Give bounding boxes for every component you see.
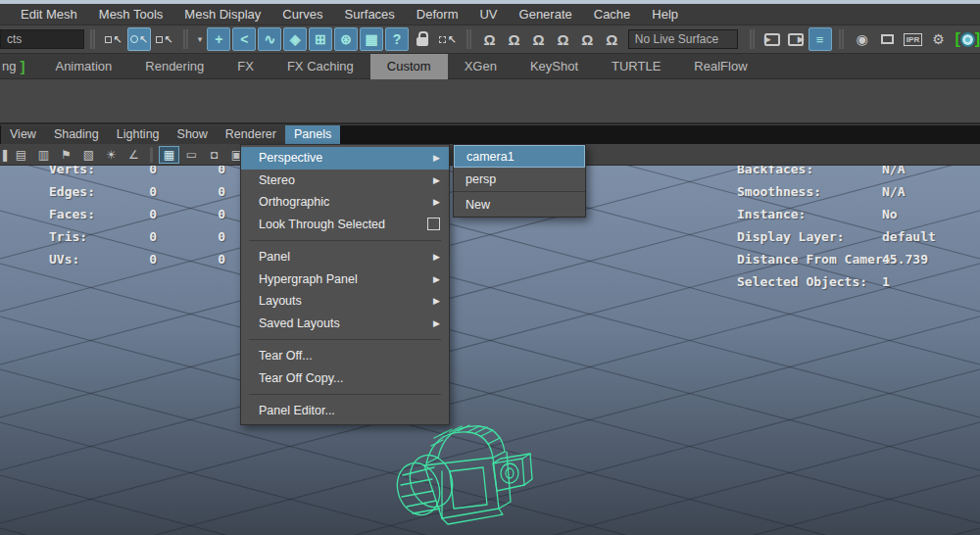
snap-projected-center-icon[interactable]: Ω	[551, 31, 575, 48]
render-current-frame-icon[interactable]	[876, 27, 900, 51]
panel-menu-group: View Shading Lighting Show Renderer Pane…	[1, 125, 340, 144]
status-line: cts ↖ ↖ ↖ ▾ + < ∿ ◈ ⊞ ⊛ ▦ ? ↖ Ω Ω Ω Ω Ω …	[0, 25, 980, 54]
mask-dynamics-icon[interactable]: ⊛	[334, 27, 358, 51]
hud-value: 0	[103, 184, 157, 199]
two-sided-lighting-icon[interactable]: ☀	[101, 146, 122, 164]
group-separator[interactable]	[839, 29, 844, 49]
image-plane-icon[interactable]: ▧	[78, 146, 99, 164]
select-hierarchy-icon[interactable]: ↖	[102, 27, 125, 51]
open-render-view-icon[interactable]: ◉	[851, 27, 874, 51]
panel-menu-view[interactable]: View	[1, 125, 45, 144]
highlight-selection-icon[interactable]: ↖	[436, 27, 460, 51]
menu-mesh-display[interactable]: Mesh Display	[173, 4, 271, 24]
menu-help[interactable]: Help	[641, 4, 689, 24]
panel-menu-renderer[interactable]: Renderer	[217, 125, 285, 144]
shelf-content-area[interactable]	[0, 79, 980, 124]
menu-surfaces[interactable]: Surfaces	[334, 4, 406, 24]
mask-curve-point-icon[interactable]: <	[232, 27, 256, 51]
panel-menu-shading[interactable]: Shading	[45, 125, 108, 144]
menu-deform[interactable]: Deform	[406, 4, 469, 24]
output-connections-icon[interactable]: ▶	[788, 33, 804, 46]
mask-rendering-icon[interactable]: ▦	[360, 27, 383, 51]
group-separator[interactable]	[750, 29, 755, 49]
live-surface-label: No Live Surface	[635, 32, 718, 46]
mask-deformation-icon[interactable]: ⊞	[309, 27, 332, 51]
live-surface-field[interactable]: No Live Surface	[628, 29, 738, 49]
mask-curve-icon[interactable]: ∿	[258, 27, 281, 51]
lock-glyph	[416, 37, 428, 46]
shelf-tab-rendering[interactable]: Rendering	[128, 54, 220, 79]
submenu-item-new[interactable]: New	[454, 192, 585, 217]
select-object-icon[interactable]: ↖	[127, 27, 151, 51]
menu-generate[interactable]: Generate	[509, 4, 583, 24]
menu-curves[interactable]: Curves	[271, 4, 333, 24]
select-component-icon[interactable]: ↖	[153, 27, 176, 51]
menu-item-hypergraph-panel[interactable]: Hypergraph Panel ▶	[241, 268, 449, 291]
panel-menu-lighting[interactable]: Lighting	[108, 125, 169, 144]
menu-uv[interactable]: UV	[468, 4, 508, 24]
menu-item-stereo[interactable]: Stereo ▶	[241, 170, 449, 192]
group-separator[interactable]	[466, 29, 471, 49]
menu-item-panel[interactable]: Panel ▶	[241, 246, 449, 268]
hud-value: No	[882, 207, 898, 221]
perspective-viewport[interactable]: Verts: 0 0 Edges: 0 0 Faces: 0 0 Tris: 0…	[0, 166, 980, 535]
panel-menu-panels[interactable]: Panels	[285, 125, 340, 144]
grid-toggle-icon[interactable]: ▦	[159, 146, 179, 164]
menu-item-label: Stereo	[259, 173, 295, 187]
toolbar-handle-icon[interactable]: ❚	[1, 146, 9, 164]
measure-icon[interactable]: ∠	[123, 146, 144, 164]
construction-history-icon[interactable]: ≡	[808, 27, 832, 51]
menu-item-label: Saved Layouts	[259, 316, 340, 330]
shelf-tab-custom[interactable]: Custom	[370, 54, 448, 79]
shelf-tab-fx[interactable]: FX	[220, 54, 270, 79]
menu-item-layouts[interactable]: Layouts ▶	[241, 290, 449, 313]
submenu-item-persp[interactable]: persp	[454, 168, 585, 192]
hud-label: Selected Objects:	[737, 274, 867, 289]
camera-wireframe-model[interactable]	[385, 409, 534, 535]
shelf-tab-xgen[interactable]: XGen	[448, 54, 514, 79]
mask-misc-icon[interactable]: ?	[385, 27, 409, 51]
shelf-tab-fx-caching[interactable]: FX Caching	[270, 54, 370, 79]
mask-points-icon[interactable]: +	[207, 27, 230, 51]
menu-mesh-tools[interactable]: Mesh Tools	[88, 4, 174, 24]
menu-edit-mesh[interactable]: Edit Mesh	[10, 4, 88, 24]
snap-curve-icon[interactable]: Ω	[502, 31, 526, 48]
menu-item-perspective[interactable]: Perspective ▶	[241, 147, 449, 170]
shelf-tab-keyshot[interactable]: KeyShot	[514, 54, 595, 79]
shelf-tab-partial[interactable]: ng	[0, 59, 20, 73]
hud-value: N/A	[882, 166, 905, 176]
shelf-tab-realflow[interactable]: RealFlow	[677, 54, 763, 79]
select-camera-icon[interactable]: ▤	[11, 146, 31, 164]
render-settings-icon[interactable]: ⚙	[927, 27, 951, 51]
resolution-gate-icon[interactable]: ◘	[204, 146, 224, 164]
group-separator[interactable]	[90, 29, 95, 49]
menu-item-tear-off[interactable]: Tear Off...	[241, 345, 449, 367]
menu-item-orthographic[interactable]: Orthographic ▶	[241, 191, 449, 214]
group-separator[interactable]	[183, 29, 188, 49]
menu-cache[interactable]: Cache	[583, 4, 642, 24]
menu-item-saved-layouts[interactable]: Saved Layouts ▶	[241, 313, 449, 335]
panel-menu-show[interactable]: Show	[169, 125, 217, 144]
shelf-tab-turtle[interactable]: TURTLE	[595, 54, 677, 79]
menu-item-look-through-selected[interactable]: Look Through Selected	[241, 214, 449, 236]
menu-item-panel-editor[interactable]: Panel Editor...	[241, 400, 449, 422]
camera-attributes-icon[interactable]: ▥	[33, 146, 54, 164]
snap-point-icon[interactable]: Ω	[526, 31, 551, 48]
hud-row-backfaces: Backfaces: N/A	[737, 166, 980, 184]
mask-surface-icon[interactable]: ◈	[283, 27, 307, 51]
bookmark-icon[interactable]: ⚑	[56, 146, 76, 164]
rendering-layers-icon[interactable]: [ ]	[955, 32, 980, 47]
shelf-tab-animation[interactable]: Animation	[38, 54, 128, 79]
make-live-icon[interactable]: Ω	[600, 31, 624, 48]
mask-expand-caret-icon[interactable]: ▾	[198, 34, 203, 44]
snap-view-plane-icon[interactable]: Ω	[575, 31, 600, 48]
selection-mask-dropdown[interactable]: cts	[0, 29, 84, 49]
menu-item-tear-off-copy[interactable]: Tear Off Copy...	[241, 367, 449, 390]
ipr-render-icon[interactable]: IPR	[902, 27, 925, 51]
snap-grid-icon[interactable]: Ω	[477, 31, 502, 48]
film-gate-icon[interactable]: ▭	[181, 146, 202, 164]
submenu-item-camera1[interactable]: camera1	[454, 145, 585, 168]
lock-selection-icon[interactable]	[411, 27, 434, 51]
checkbox-unchecked[interactable]	[427, 218, 440, 230]
input-connections-icon[interactable]: ▶	[764, 33, 780, 46]
